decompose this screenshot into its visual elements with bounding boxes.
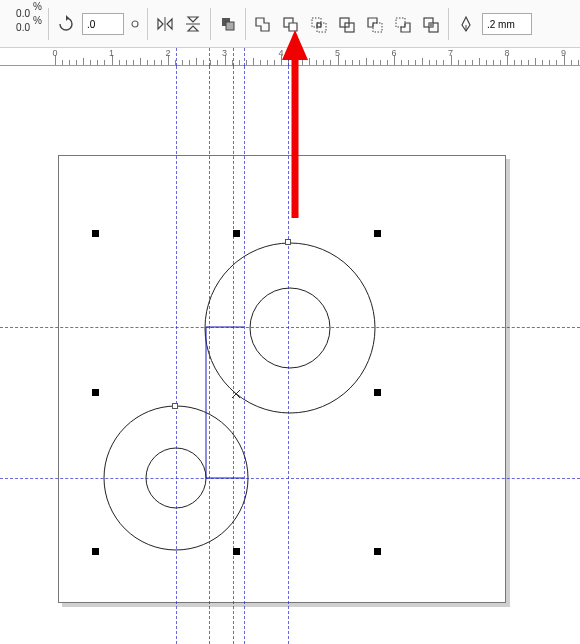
selection-handle[interactable] [92,389,99,396]
outline-width-field[interactable] [487,19,529,30]
svg-point-0 [132,21,138,27]
simplify-icon[interactable] [333,10,361,38]
svg-rect-15 [429,23,433,27]
rotation-field[interactable] [87,19,119,30]
svg-rect-11 [373,23,382,32]
ruler-label: 3 [222,48,227,58]
selection-handle[interactable] [374,230,381,237]
guide-vertical[interactable] [176,66,177,644]
ruler-label: 5 [335,48,340,58]
percent-x: % [33,0,42,14]
back-minus-front-icon[interactable] [389,10,417,38]
ruler-label: 2 [165,48,170,58]
selection-handle[interactable] [233,230,240,237]
ruler-label: 8 [504,48,509,58]
selection-handle[interactable] [374,389,381,396]
rotation-anchor-icon[interactable] [126,10,144,38]
guide-vertical[interactable] [209,66,210,644]
svg-rect-8 [317,23,321,27]
boundary-icon[interactable] [417,10,445,38]
selection-handle[interactable] [92,230,99,237]
selection-handle[interactable] [233,548,240,555]
rotate-icon[interactable] [52,10,80,38]
weld-icon[interactable] [249,10,277,38]
selection-handle[interactable] [374,548,381,555]
ruler-label: 7 [448,48,453,58]
page[interactable] [58,155,506,603]
position-readout: 0.0 0.0 [0,0,30,40]
trim-icon[interactable] [277,10,305,38]
ruler-label: 4 [278,48,283,58]
ruler-label: 1 [109,48,114,58]
guide-horizontal[interactable] [0,327,580,328]
order-front-icon[interactable] [214,10,242,38]
guide-vertical[interactable] [244,66,245,644]
selection-handle[interactable] [92,548,99,555]
outline-pen-icon[interactable] [452,10,480,38]
percent-column: % % [30,0,45,28]
guide-horizontal[interactable] [0,478,580,479]
canvas[interactable] [0,66,580,644]
front-minus-back-icon[interactable] [361,10,389,38]
svg-rect-12 [396,18,405,27]
guide-vertical[interactable] [233,66,234,644]
mirror-vertical-icon[interactable] [179,10,207,38]
ruler-label: 0 [52,48,57,58]
outline-width-input[interactable] [482,13,532,35]
svg-rect-4 [226,22,234,30]
guide-vertical[interactable] [288,66,289,644]
rotation-input[interactable] [82,13,124,35]
toolbar: 0.0 0.0 % % [0,0,580,48]
ruler-horizontal: 0123456789 [0,48,580,66]
position-x: 0.0 [16,6,30,20]
intersect-icon[interactable] [305,10,333,38]
percent-y: % [33,14,42,28]
node-handle[interactable] [285,239,291,245]
position-y: 0.0 [16,20,30,34]
mirror-horizontal-icon[interactable] [151,10,179,38]
ruler-label: 9 [561,48,566,58]
node-handle[interactable] [172,403,178,409]
ruler-label: 6 [391,48,396,58]
